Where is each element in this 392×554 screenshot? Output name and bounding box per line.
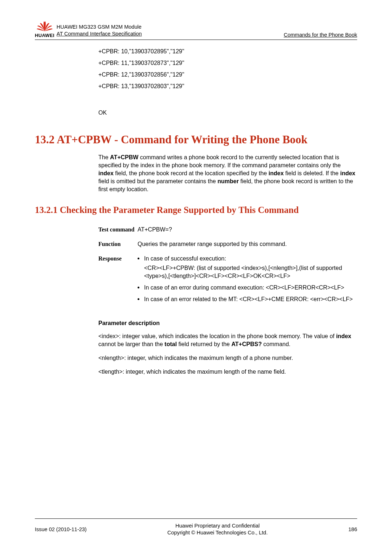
text: command.	[262, 341, 290, 347]
text: field, the phone book record at the loca…	[114, 170, 269, 176]
response-item: In case of an error during command execu…	[138, 284, 357, 292]
field-name: index	[269, 170, 284, 176]
text: field returned by the	[177, 341, 231, 347]
def-row-function: Function Queries the parameter range sup…	[98, 240, 357, 248]
example-line: +CPBR: 10,"13903702895","129"	[98, 46, 357, 57]
def-row-response: Response In case of successful execution…	[98, 255, 357, 307]
example-line: +CPBR: 13,"13903702803","129"	[98, 81, 357, 92]
parameter-description: Parameter description <index>: integer v…	[98, 320, 357, 376]
footer-line1: Huawei Proprietary and Confidential	[87, 522, 348, 530]
bullet-head: In case of successful execution:	[144, 255, 226, 262]
footer-center: Huawei Proprietary and Confidential Copy…	[87, 522, 348, 537]
bullet-head: In case of an error related to the MT: <…	[144, 296, 353, 302]
field-name: index	[340, 170, 355, 176]
footer-issue: Issue 02 (2010-11-23)	[35, 526, 87, 532]
page-footer: Issue 02 (2010-11-23) Huawei Proprietary…	[35, 518, 357, 537]
text: field is deleted. If the	[284, 170, 340, 176]
def-value: In case of successful execution: <CR><LF…	[138, 255, 357, 307]
cmd-name: AT+CPBW	[110, 154, 138, 160]
page-header: HUAWEI HUAWEI MG323 GSM M2M Module AT Co…	[35, 21, 357, 40]
huawei-logo: HUAWEI	[35, 21, 54, 38]
def-label: Test command	[98, 226, 138, 234]
def-value: AT+CPBW=?	[138, 226, 357, 234]
header-right: Commands for the Phone Book	[284, 32, 357, 38]
text: <index>: integer value, which indicates …	[98, 333, 336, 339]
section-heading: 13.2 AT+CPBW - Command for Writing the P…	[35, 133, 357, 147]
bullet-head: In case of an error during command execu…	[144, 284, 344, 291]
text: field is omitted but the parameter conta…	[98, 178, 217, 184]
example-output: +CPBR: 10,"13903702895","129" +CPBR: 11,…	[98, 46, 357, 92]
example-line: +CPBR: 11,"13903702873","129"	[98, 57, 357, 69]
param-nlength: <nlength>: integer, which indicates the …	[98, 354, 357, 362]
response-item: In case of an error related to the MT: <…	[138, 295, 357, 303]
footer-page-number: 186	[348, 526, 357, 532]
example-line: +CPBR: 12,"13903702856","129"	[98, 69, 357, 81]
def-row-test-command: Test command AT+CPBW=?	[98, 226, 357, 234]
def-value: Queries the parameter range supported by…	[138, 240, 357, 248]
field-name: index	[336, 333, 351, 339]
response-list: In case of successful execution: <CR><LF…	[138, 255, 357, 303]
huawei-logo-icon	[36, 21, 53, 32]
definition-table: Test command AT+CPBW=? Function Queries …	[98, 226, 357, 307]
header-line1: HUAWEI MG323 GSM M2M Module	[57, 24, 142, 31]
section-description: The AT+CPBW command writes a phone book …	[98, 153, 357, 193]
cmd-name: AT+CPBS?	[231, 341, 262, 347]
param-title: Parameter description	[98, 320, 357, 327]
header-title-block: HUAWEI MG323 GSM M2M Module AT Command I…	[57, 24, 142, 38]
logo-text: HUAWEI	[35, 33, 54, 38]
text: The	[98, 154, 110, 160]
field-name: total	[164, 341, 177, 347]
response-item: In case of successful execution: <CR><LF…	[138, 255, 357, 280]
def-label: Function	[98, 240, 138, 248]
field-name: number	[217, 178, 239, 184]
header-left: HUAWEI HUAWEI MG323 GSM M2M Module AT Co…	[35, 21, 142, 38]
field-name: index	[98, 170, 114, 176]
def-label: Response	[98, 255, 138, 263]
param-tlength: <tlength>: integer, which indicates the …	[98, 368, 357, 376]
text: cannot be larger than the	[98, 341, 164, 347]
footer-line2: Copyright © Huawei Technologies Co., Ltd…	[87, 529, 348, 537]
subsection-heading: 13.2.1 Checking the Parameter Range Supp…	[35, 204, 357, 216]
bullet-body: <CR><LF>+CPBW: (list of supported <index…	[144, 264, 357, 280]
example-ok: OK	[98, 110, 357, 116]
header-line2: AT Command Interface Specification	[57, 30, 142, 38]
param-index: <index>: integer value, which indicates …	[98, 332, 357, 348]
